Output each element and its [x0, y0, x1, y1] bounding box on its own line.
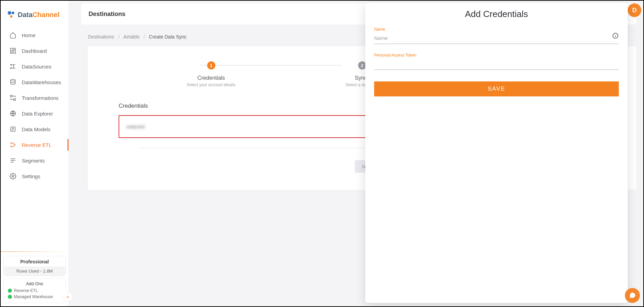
- sidebar-collapse-button[interactable]: «: [63, 292, 73, 302]
- chat-icon: [629, 292, 636, 299]
- svg-rect-8: [14, 99, 16, 101]
- addon-item: Reverse ETL: [8, 288, 61, 294]
- svg-rect-2: [14, 51, 16, 53]
- svg-point-11: [11, 142, 12, 143]
- addons-title: Add Ons: [8, 281, 61, 286]
- check-icon: [8, 289, 12, 293]
- step-number: 1: [207, 61, 215, 70]
- svg-point-4: [11, 64, 12, 65]
- sidebar-item-label: Home: [22, 32, 35, 38]
- sidebar-item-label: Data Explorer: [22, 111, 53, 117]
- avatar[interactable]: D: [628, 3, 641, 17]
- svg-point-6: [11, 79, 15, 81]
- sidebar-item-label: Segments: [22, 158, 45, 164]
- chat-button[interactable]: [625, 288, 640, 303]
- datasources-icon: [10, 63, 16, 70]
- segments-icon: [10, 157, 16, 164]
- sidebar: DataChannel Home Dashboard DataSources: [1, 1, 69, 306]
- models-icon: [10, 126, 16, 133]
- logo[interactable]: DataChannel: [1, 4, 68, 27]
- svg-rect-0: [11, 48, 13, 51]
- svg-point-12: [11, 146, 12, 147]
- sidebar-item-transformations[interactable]: Transformations: [1, 90, 68, 106]
- panel-title: Add Credentials: [374, 9, 619, 19]
- sidebar-item-label: Dashboard: [22, 48, 47, 54]
- gear-icon: [10, 173, 16, 180]
- svg-point-14: [12, 175, 14, 177]
- sidebar-item-datawarehouses[interactable]: DataWarehouses: [1, 74, 68, 90]
- crumb-destinations[interactable]: Destinations: [88, 34, 114, 40]
- explorer-icon: [10, 110, 16, 117]
- divider: [1, 251, 68, 252]
- transformations-icon: [10, 94, 16, 101]
- sidebar-item-data-explorer[interactable]: Data Explorer: [1, 106, 68, 121]
- sidebar-item-home[interactable]: Home: [1, 27, 68, 43]
- crumb-airtable[interactable]: Airtable: [123, 34, 139, 40]
- sidebar-item-settings[interactable]: Settings: [1, 168, 68, 184]
- step-title: Credentials: [136, 75, 287, 81]
- sidebar-item-datasources[interactable]: DataSources: [1, 59, 68, 74]
- credentials-title: Credentials: [119, 103, 148, 109]
- step-credentials[interactable]: 1 Credentials Select your account detail…: [136, 61, 287, 87]
- plan-title: Professional: [8, 259, 61, 264]
- datawarehouses-icon: [10, 79, 16, 86]
- token-input[interactable]: [374, 58, 619, 70]
- reverse-etl-icon: [10, 141, 16, 148]
- breadcrumb-separator: /: [116, 34, 122, 40]
- token-field: Personal Access Token: [374, 53, 619, 70]
- breadcrumb-separator: /: [141, 34, 148, 40]
- dashboard-icon: [10, 47, 16, 54]
- name-input[interactable]: [374, 32, 619, 44]
- logo-text-1: Data: [18, 11, 32, 18]
- name-field: Name: [374, 27, 619, 44]
- step-subtitle: Select your account details: [136, 82, 287, 87]
- svg-rect-3: [11, 52, 13, 53]
- sidebar-footer: Professional Rows Used - 1.8M Add Ons Re…: [1, 251, 68, 306]
- sidebar-item-label: DataWarehouses: [22, 79, 61, 85]
- sidebar-nav: Home Dashboard DataSources DataWarehouse…: [1, 27, 68, 184]
- add-credentials-panel: Add Credentials Name Personal Access Tok…: [365, 3, 628, 303]
- svg-rect-7: [11, 95, 12, 97]
- addon-label: Reverse ETL: [14, 288, 38, 293]
- sidebar-item-label: Transformations: [22, 95, 59, 101]
- plan-box[interactable]: Professional Rows Used - 1.8M: [3, 256, 66, 276]
- info-icon[interactable]: [612, 32, 619, 39]
- token-label: Personal Access Token: [374, 53, 619, 58]
- sidebar-item-dashboard[interactable]: Dashboard: [1, 43, 68, 59]
- save-button[interactable]: SAVE: [374, 81, 619, 96]
- name-label: Name: [374, 27, 619, 32]
- logo-text-2: Channel: [32, 11, 59, 18]
- sidebar-item-label: Data Models: [22, 126, 50, 132]
- sidebar-item-reverse-etl[interactable]: Reverse ETL: [1, 137, 68, 153]
- svg-point-5: [11, 67, 12, 68]
- sidebar-item-label: DataSources: [22, 64, 51, 70]
- sidebar-item-data-models[interactable]: Data Models: [1, 121, 68, 137]
- addons-box: Add Ons Reverse ETL Managed Warehouse: [3, 278, 66, 303]
- addon-item: Managed Warehouse: [8, 294, 61, 300]
- page-title: Destinations: [89, 11, 125, 18]
- logo-mark-icon: [7, 10, 16, 19]
- credential-name: redacted: [126, 124, 144, 129]
- home-icon: [10, 32, 16, 39]
- sidebar-item-segments[interactable]: Segments: [1, 153, 68, 168]
- sidebar-item-label: Settings: [22, 173, 40, 179]
- svg-rect-1: [14, 48, 16, 50]
- check-icon: [8, 295, 12, 299]
- addon-label: Managed Warehouse: [14, 294, 53, 299]
- sidebar-item-label: Reverse ETL: [22, 142, 52, 148]
- plan-rows: Rows Used - 1.8M: [4, 266, 65, 276]
- svg-point-13: [14, 144, 15, 145]
- crumb-current: Create Data Sync: [149, 34, 187, 40]
